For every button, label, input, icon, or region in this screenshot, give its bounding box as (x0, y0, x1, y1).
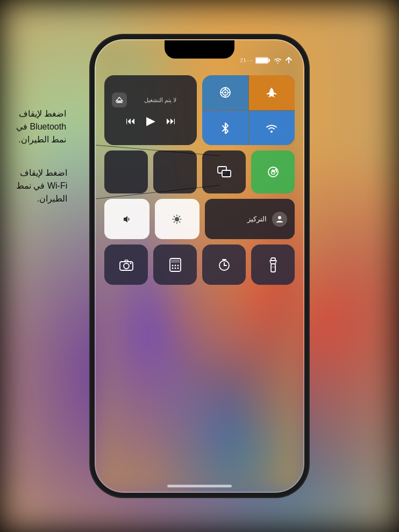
svg-point-13 (270, 131, 273, 133)
svg-point-20 (175, 217, 179, 221)
svg-rect-2 (269, 59, 270, 62)
rotation-lock-icon (267, 166, 279, 178)
bluetooth-button[interactable] (202, 111, 248, 146)
svg-point-37 (177, 264, 179, 266)
svg-point-38 (172, 267, 173, 269)
mobile-data-button[interactable] (202, 75, 248, 110)
svg-rect-5 (116, 102, 123, 103)
bluetooth-icon (220, 122, 230, 134)
status-icons: ٪١٠٠ (240, 56, 293, 64)
calculator-button[interactable] (153, 245, 197, 285)
battery-icon (255, 57, 270, 64)
media-player-cell[interactable]: لا يتم التشغيل ⏮ ▶ ⏭ (104, 75, 197, 145)
rotation-lock-button[interactable] (251, 150, 295, 193)
notch (165, 40, 234, 59)
airplane-mode-button[interactable] (249, 75, 295, 110)
focus-label: التركيز (247, 215, 267, 223)
svg-rect-47 (271, 264, 275, 272)
media-top: لا يتم التشغيل (112, 92, 189, 107)
airplay-button[interactable] (112, 92, 127, 107)
prev-button[interactable]: ⏮ (126, 116, 136, 127)
camera-icon (119, 259, 133, 271)
home-indicator (167, 485, 232, 487)
battery-label: ٪١٠٠ (240, 56, 253, 64)
brightness-slider[interactable] (155, 199, 200, 239)
screen-mirror-icon (217, 166, 231, 178)
timer-icon (218, 258, 231, 271)
svg-rect-34 (171, 260, 180, 263)
camera-button[interactable] (104, 245, 148, 285)
not-playing-label: لا يتم التشغيل (131, 97, 189, 104)
media-controls: ⏮ ▶ ⏭ (112, 114, 189, 128)
cellular-button[interactable] (104, 150, 148, 193)
svg-point-36 (174, 264, 176, 266)
svg-line-28 (174, 221, 175, 222)
cc-row4 (104, 245, 295, 285)
cc-row2 (104, 150, 295, 193)
play-button[interactable]: ▶ (146, 114, 155, 128)
volume-icon (122, 214, 132, 225)
cc-row1: لا يتم التشغيل ⏮ ▶ ⏭ (104, 75, 295, 145)
svg-point-40 (177, 267, 179, 269)
svg-rect-1 (256, 58, 268, 63)
svg-point-39 (174, 267, 176, 269)
mobile-data-icon (219, 87, 231, 98)
wifi-button[interactable] (249, 111, 295, 146)
brightness-icon (172, 214, 182, 225)
focus-button[interactable]: التركيز (205, 199, 295, 239)
next-button[interactable]: ⏭ (166, 116, 176, 127)
screen-mirror-button[interactable] (202, 150, 246, 193)
svg-rect-15 (222, 170, 231, 177)
focus-do-not-disturb-button[interactable] (153, 150, 197, 193)
signal-icon (285, 56, 293, 64)
callout-bluetooth-text: اضغط لإيقاف Bluetooth في نمط الطيران. (16, 107, 66, 146)
control-center: لا يتم التشغيل ⏮ ▶ ⏭ (96, 70, 303, 492)
phone-wrapper: اضغط لإيقاف Bluetooth في نمط الطيران. اض… (0, 0, 399, 532)
cc-row3: التركيز (104, 199, 295, 239)
connectivity-grid (202, 75, 295, 145)
svg-rect-4 (117, 101, 122, 102)
wifi-icon (266, 123, 277, 133)
person-icon (272, 212, 287, 227)
airplane-icon (266, 87, 277, 98)
person-svg (275, 215, 284, 224)
svg-point-31 (124, 263, 129, 269)
timer-button[interactable] (202, 245, 246, 285)
calculator-icon (169, 258, 181, 272)
volume-slider[interactable] (104, 199, 149, 239)
wifi-status-icon (273, 57, 282, 64)
phone-frame: ٪١٠٠ (95, 39, 304, 493)
svg-point-32 (130, 262, 131, 264)
svg-line-27 (179, 216, 180, 217)
flashlight-button[interactable] (251, 245, 295, 285)
callout-wifi-text: اضغط لإيقاف Wi-Fi في نمط الطيران. (16, 167, 67, 205)
svg-point-29 (278, 216, 281, 219)
svg-point-35 (172, 264, 173, 266)
svg-line-25 (174, 216, 175, 217)
svg-point-8 (224, 91, 226, 94)
airplay-icon (115, 96, 124, 104)
flashlight-icon (268, 257, 278, 272)
svg-line-26 (179, 221, 180, 222)
